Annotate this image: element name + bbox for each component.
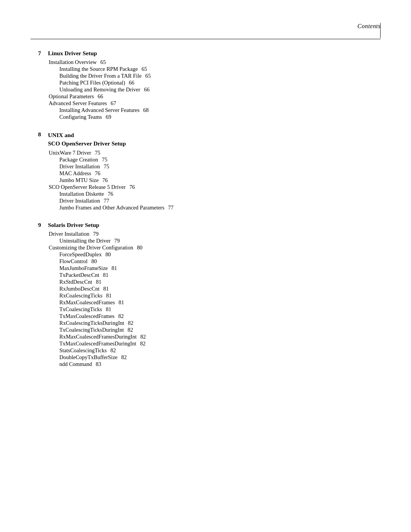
toc-page: 80 (105, 251, 111, 257)
toc-page: 81 (119, 299, 124, 305)
toc-page: 66 (98, 93, 104, 99)
toc-page: 65 (142, 66, 147, 72)
toc-entry: ForceSpeedDuplex 80 (38, 251, 381, 258)
header-title: Contents (357, 23, 381, 30)
header-divider (30, 39, 381, 39)
toc-entry: DoubleCopyTxBufferSize 82 (38, 354, 381, 361)
toc-label: FlowControl (59, 258, 88, 264)
toc-label: Jumbo Frames and Other Advanced Paramete… (59, 204, 164, 211)
toc-entry: ndd Command 83 (38, 361, 381, 367)
toc-entry: Jumbo Frames and Other Advanced Paramete… (38, 204, 381, 211)
toc-entry: SCO OpenServer Release 5 Driver 76 (38, 184, 381, 190)
toc-page: 81 (96, 279, 102, 285)
toc-page: 75 (104, 163, 109, 169)
chapter-9-number: 9 (38, 222, 45, 228)
toc-page: 76 (102, 177, 108, 183)
toc-entry: RxJumboDescCnt 81 (38, 286, 381, 292)
toc-entry: Jumbo MTU Size 76 (38, 177, 381, 184)
toc-label: Jumbo MTU Size (59, 177, 99, 183)
toc-entry: TxMaxCoalescedFrames 82 (38, 313, 381, 320)
toc-page: 80 (91, 258, 97, 264)
chapter-9-title-text: Solaris Driver Setup (48, 222, 99, 228)
chapter-8-title-text: UNIX and SCO OpenServer Driver Setup (48, 131, 126, 147)
vertical-rule (380, 23, 381, 38)
page-header: Contents (30, 23, 381, 33)
toc-entry: UnixWare 7 Driver 75 (38, 150, 381, 156)
toc-label: RxCoalescingTicks (59, 292, 102, 299)
toc-entry: Driver Installation 75 (38, 163, 381, 170)
toc-entry: Installation Diskette 76 (38, 191, 381, 197)
toc-page: 76 (129, 184, 135, 190)
toc-entry: Uninstalling the Driver 79 (38, 238, 381, 244)
toc-page: 76 (108, 191, 113, 197)
toc-page: 81 (112, 265, 117, 271)
toc-label: SCO OpenServer Release 5 Driver (49, 184, 126, 190)
toc-entry: Package Creation 75 (38, 157, 381, 163)
toc-page: 67 (111, 100, 116, 106)
toc-entry: Customizing the Driver Configuration 80 (38, 244, 381, 251)
toc-entry: Advanced Server Features 67 (38, 100, 381, 107)
toc-label: ForceSpeedDuplex (59, 251, 102, 257)
toc-entry: Optional Parameters 66 (38, 93, 381, 100)
toc-label: TxCoalescingTicksDuringInt (59, 327, 124, 333)
toc-entry: Patching PCI Files (Optional) 66 (38, 80, 381, 86)
toc-page: 80 (137, 244, 143, 251)
toc-page: 65 (145, 73, 151, 79)
toc-entry: RxCoalescingTicks 81 (38, 292, 381, 299)
toc-entry: TxPacketDescCnt 81 (38, 272, 381, 278)
toc-page: 82 (118, 313, 124, 319)
toc-label: RxJumboDescCnt (59, 286, 100, 292)
page-container: Contents 7 Linux Driver Setup Installati… (0, 0, 411, 532)
chapter-7-title-text: Linux Driver Setup (48, 50, 97, 57)
toc-label: Configuring Teams (59, 114, 102, 120)
toc-entry: Installation Overview 65 (38, 59, 381, 66)
toc-page: 79 (93, 231, 99, 237)
toc-entry: TxCoalescingTicks 81 (38, 306, 381, 313)
chapter-8-title: 8 UNIX and SCO OpenServer Driver Setup (38, 131, 381, 147)
toc-label: Driver Installation (59, 163, 100, 169)
toc-label: Driver Installation (49, 231, 89, 237)
chapter-8: 8 UNIX and SCO OpenServer Driver Setup U… (38, 131, 381, 211)
toc-page: 82 (140, 340, 146, 347)
toc-page: 81 (103, 286, 109, 292)
toc-label: Installing the Source RPM Package (59, 66, 138, 72)
toc-entry: RxCoalescingTicksDuringInt 82 (38, 320, 381, 326)
toc-page: 82 (140, 334, 146, 340)
toc-label: TxMaxCoalescedFrames (59, 313, 115, 319)
chapter-7-title: 7 Linux Driver Setup (38, 50, 381, 57)
toc-page: 83 (96, 361, 102, 367)
toc-page: 66 (129, 80, 135, 86)
toc-entry: MaxJumboFrameSize 81 (38, 265, 381, 272)
toc-page: 79 (114, 238, 120, 244)
toc-page: 77 (168, 204, 174, 211)
toc-entry: TxCoalescingTicksDuringInt 82 (38, 327, 381, 333)
toc-label: ndd Command (59, 361, 92, 367)
toc-label: RxCoalescingTicksDuringInt (59, 320, 124, 326)
chapter-7-number: 7 (38, 50, 45, 57)
toc-label: TxMaxCoalescedFramesDuringInt (59, 340, 136, 347)
toc-page: 81 (106, 292, 112, 299)
toc-page: 68 (143, 107, 149, 113)
toc-entry: RxMaxCoalescedFramesDuringInt 82 (38, 334, 381, 340)
toc-entry: Driver Installation 77 (38, 198, 381, 204)
toc-label: Optional Parameters (49, 93, 94, 99)
chapter-8-number: 8 (38, 131, 45, 138)
toc-label: MAC Address (59, 170, 91, 176)
toc-page: 82 (127, 327, 133, 333)
toc-entry: MAC Address 76 (38, 170, 381, 177)
toc-page: 82 (128, 320, 134, 326)
toc-label: Installation Diskette (59, 191, 104, 197)
toc-label: Uninstalling the Driver (59, 238, 111, 244)
toc-entry: Driver Installation 79 (38, 231, 381, 237)
toc-label: RxStdDescCnt (59, 279, 92, 285)
toc-page: 65 (100, 59, 106, 65)
toc-page: 75 (95, 150, 100, 156)
chapter-9-title: 9 Solaris Driver Setup (38, 222, 381, 228)
toc-page: 69 (106, 114, 112, 120)
toc-entry: Installing Advanced Server Features 68 (38, 107, 381, 113)
toc-entry: Installing the Source RPM Package 65 (38, 66, 381, 72)
toc-entry: RxStdDescCnt 81 (38, 279, 381, 285)
toc-page: 66 (144, 86, 150, 93)
toc-label: MaxJumboFrameSize (59, 265, 108, 271)
toc-entry: Configuring Teams 69 (38, 114, 381, 120)
